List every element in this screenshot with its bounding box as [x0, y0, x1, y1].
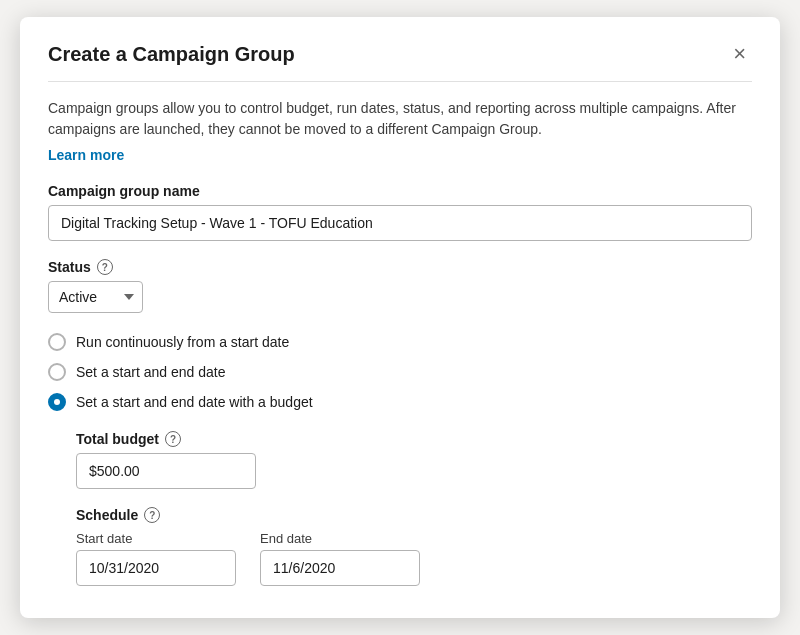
- radio-start-end-budget-label: Set a start and end date with a budget: [76, 394, 313, 410]
- radio-start-end-date-indicator[interactable]: [48, 363, 66, 381]
- radio-start-end-date-label: Set a start and end date: [76, 364, 225, 380]
- radio-run-continuously[interactable]: Run continuously from a start date: [48, 333, 752, 351]
- total-budget-help-icon: ?: [165, 431, 181, 447]
- start-date-label: Start date: [76, 531, 236, 546]
- schedule-label: Schedule: [76, 507, 138, 523]
- radio-start-end-budget-indicator[interactable]: [48, 393, 66, 411]
- run-date-radio-group: Run continuously from a start date Set a…: [48, 333, 752, 411]
- end-date-field: End date: [260, 531, 420, 586]
- status-row: Status ?: [48, 259, 752, 275]
- start-date-field: Start date: [76, 531, 236, 586]
- total-budget-label: Total budget: [76, 431, 159, 447]
- campaign-group-name-label: Campaign group name: [48, 183, 752, 199]
- create-campaign-group-modal: Create a Campaign Group × Campaign group…: [20, 17, 780, 618]
- radio-run-continuously-label: Run continuously from a start date: [76, 334, 289, 350]
- modal-header: Create a Campaign Group ×: [48, 41, 752, 82]
- radio-start-end-budget[interactable]: Set a start and end date with a budget: [48, 393, 752, 411]
- date-row: Start date End date: [76, 531, 752, 586]
- description-text: Campaign groups allow you to control bud…: [48, 98, 752, 140]
- status-help-icon: ?: [97, 259, 113, 275]
- start-date-input[interactable]: [76, 550, 236, 586]
- budget-label-row: Total budget ?: [76, 431, 752, 447]
- learn-more-link[interactable]: Learn more: [48, 147, 124, 163]
- budget-section: Total budget ? Schedule ? Start date End…: [76, 431, 752, 586]
- total-budget-input[interactable]: [76, 453, 256, 489]
- end-date-input[interactable]: [260, 550, 420, 586]
- end-date-label: End date: [260, 531, 420, 546]
- radio-run-continuously-indicator[interactable]: [48, 333, 66, 351]
- status-label: Status: [48, 259, 91, 275]
- schedule-label-row: Schedule ?: [76, 507, 752, 523]
- status-select[interactable]: Active Paused Archived: [48, 281, 143, 313]
- modal-title: Create a Campaign Group: [48, 43, 295, 66]
- schedule-help-icon: ?: [144, 507, 160, 523]
- campaign-group-name-input[interactable]: [48, 205, 752, 241]
- radio-start-end-date[interactable]: Set a start and end date: [48, 363, 752, 381]
- close-button[interactable]: ×: [727, 41, 752, 67]
